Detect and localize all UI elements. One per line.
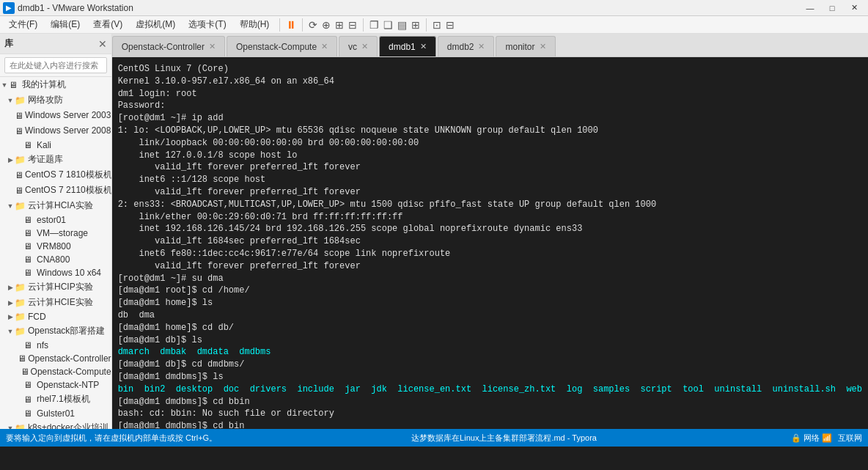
toolbar-icon-1[interactable]: ⟳ [309,19,317,31]
sidebar-item-openstack-compute[interactable]: 🖥Openstack-Compute [0,365,111,378]
sidebar-item-fcd[interactable]: ▶📁FCD [0,310,111,323]
sidebar-item-win2003[interactable]: 🖥Windows Server 2003 2号黑盒 [0,108,111,123]
toolbar-icon-9[interactable]: ⊡ [433,19,441,31]
tab-dmdb2[interactable]: dmdb2✕ [438,36,495,56]
tab-close-dmdb1[interactable]: ✕ [420,42,427,51]
toolbar-icon-7[interactable]: ▤ [397,19,407,31]
tree-label-gulster01: Gulster01 [37,408,75,419]
sidebar-item-vrm800[interactable]: 🖥VRM800 [0,240,111,253]
terminal-line: [dma@dm1 dmdbms]$ ls [118,371,862,383]
tree-label-centos72110: CentOS 7 2110模板机 [25,184,111,197]
toolbar-icon-10[interactable]: ⊟ [446,19,455,31]
menu-vm[interactable]: 虚拟机(M) [130,17,181,32]
tree-label-cloud-hcip: 云计算HCIP实验 [28,281,93,293]
sidebar-item-rhel71[interactable]: 🖥rhel7.1模板机 [0,392,111,407]
sidebar-item-network-attack[interactable]: ▼📁网络攻防 [0,92,111,108]
sidebar-item-vm-storage[interactable]: 🖥VM—storage [0,227,111,240]
tree-icon-cloud-hcip: 📁 [15,282,26,293]
sidebar-item-cloud-hcie[interactable]: ▶📁云计算HCIE实验 [0,295,111,310]
tree-icon-vm-storage: 🖥 [23,228,35,238]
toolbar-icon-5[interactable]: ❐ [369,19,379,31]
close-button[interactable]: ✕ [843,0,865,16]
tree-label-openstack: Openstack部署搭建 [28,325,105,337]
sidebar-item-exam-library[interactable]: ▶📁考证题库 [0,152,111,167]
app-icon: ▶ [3,2,15,14]
terminal-line: dmarch dmbak dmdata dmdbms [118,346,862,359]
tree-label-centos71810: CentOS 7 1810模板机 [25,169,111,181]
toolbar-icon-4[interactable]: ⊟ [348,19,357,31]
sidebar-item-openstack-ntp[interactable]: 🖥Openstack-NTP [0,378,111,392]
sidebar-item-cloud-hcia[interactable]: ▼📁云计算HCIA实验 [0,198,111,213]
sidebar-item-openstack[interactable]: ▼📁Openstack部署搭建 [0,323,111,339]
toolbar-icon-3[interactable]: ⊞ [335,19,344,31]
sidebar-close-button[interactable]: ✕ [98,38,107,50]
tab-openstack-controller[interactable]: Openstack-Controller✕ [112,36,225,56]
tab-close-monitor[interactable]: ✕ [540,42,546,51]
tree-label-estor01: estor01 [37,215,66,225]
terminal-line: [dma@dm1 home]$ cd db/ [118,322,862,334]
search-input[interactable] [4,57,107,73]
sidebar-search [0,54,111,77]
terminal-line: [dma@dm1 root]$ cd /home/ [118,284,862,297]
sidebar: 库 ✕ ▼🖥我的计算机▼📁网络攻防🖥Windows Server 2003 2号… [0,34,112,429]
tree-icon-openstack-compute: 🖥 [21,367,29,377]
toolbar-icon-2[interactable]: ⊕ [322,19,331,31]
sidebar-item-centos71810[interactable]: 🖥CentOS 7 1810模板机 [0,167,111,183]
menu-file[interactable]: 文件(F) [3,17,43,32]
tab-close-openstack-compute[interactable]: ✕ [321,42,328,51]
tree-icon-cna800: 🖥 [23,254,35,265]
sidebar-item-kali[interactable]: 🖥Kali [0,139,111,152]
tab-close-dmdb2[interactable]: ✕ [478,42,485,51]
tree-arrow-cloud-hcip: ▶ [6,284,15,291]
tree-icon-gulster01: 🖥 [23,408,35,419]
status-center: 达梦数据库在Linux上主备集群部署流程.md - Typora [411,433,597,444]
menu-view[interactable]: 查看(V) [87,17,128,32]
sidebar-item-cloud-hcip[interactable]: ▶📁云计算HCIP实验 [0,279,111,295]
tab-vc[interactable]: vc✕ [339,36,378,56]
sidebar-item-openstack-controller[interactable]: 🖥Openstack-Controller [0,352,111,365]
tree-icon-network-attack: 📁 [15,95,26,106]
tree-icon-win2008: 🖥 [15,126,23,136]
titlebar: ▶ dmdb1 - VMware Workstation — □ ✕ [0,0,868,16]
terminal-line: [root@dm1 ~]# su dma [118,273,862,285]
toolbar-icon-6[interactable]: ❑ [383,19,393,31]
statusbar: 要将输入定向到虚拟机，请在虚拟机内部单击或按 Ctrl+G。 达梦数据库在Lin… [0,429,868,447]
sidebar-item-win10x64[interactable]: 🖥Windows 10 x64 [0,266,111,279]
menu-tabs[interactable]: 选项卡(T) [183,17,232,32]
tree-arrow-my-computer: ▼ [0,81,9,89]
tree-arrow-cloud-hcie: ▶ [6,299,15,306]
separator-4 [426,18,427,32]
maximize-button[interactable]: □ [821,0,843,16]
sidebar-item-estor01[interactable]: 🖥estor01 [0,213,111,227]
tab-dmdb1[interactable]: dmdb1✕ [379,36,436,56]
status-icons: 🔒 网络 📶 [791,433,832,444]
sidebar-item-k8s-docker[interactable]: ▼📁k8s+docker企业培训 [0,420,111,429]
tree-icon-nfs: 🖥 [23,340,35,350]
menu-edit[interactable]: 编辑(E) [45,17,86,32]
tree-icon-cloud-hcie: 📁 [15,298,26,308]
tree-label-network-attack: 网络攻防 [28,94,63,106]
sidebar-item-my-computer[interactable]: ▼🖥我的计算机 [0,77,111,92]
terminal-line: valid_lft forever preferred_lft forever [118,161,862,174]
sidebar-item-gulster01[interactable]: 🖥Gulster01 [0,407,111,420]
minimize-button[interactable]: — [799,0,821,16]
terminal-line: bash: cd: bbin: No such file or director… [118,408,862,420]
sidebar-item-win2008[interactable]: 🖥Windows Server 2008 3号 [0,123,111,139]
sidebar-item-centos72110[interactable]: 🖥CentOS 7 2110模板机 [0,183,111,198]
tab-openstack-compute[interactable]: Openstack-Compute✕ [227,36,337,56]
tab-close-vc[interactable]: ✕ [361,42,368,51]
tree-icon-vrm800: 🖥 [23,241,35,251]
terminal[interactable]: CentOS Linux 7 (Core)Kernel 3.10.0-957.e… [112,57,868,429]
terminal-line: Kernel 3.10.0-957.el7.x86_64 on an x86_6… [118,76,862,88]
tree-arrow-openstack: ▼ [6,328,15,335]
menu-help[interactable]: 帮助(H) [234,17,276,32]
sidebar-item-cna800[interactable]: 🖥CNA800 [0,253,111,266]
terminal-line: [dma@dm1 home]$ ls [118,297,862,309]
tree-icon-rhel71: 🖥 [23,394,35,405]
tab-monitor[interactable]: monitor✕ [496,36,555,56]
tab-close-openstack-controller[interactable]: ✕ [209,42,216,51]
tab-label-dmdb1: dmdb1 [389,42,416,52]
toolbar-icon-8[interactable]: ⊞ [411,19,420,31]
tree-icon-centos72110: 🖥 [15,186,23,196]
sidebar-item-nfs[interactable]: 🖥nfs [0,339,111,352]
